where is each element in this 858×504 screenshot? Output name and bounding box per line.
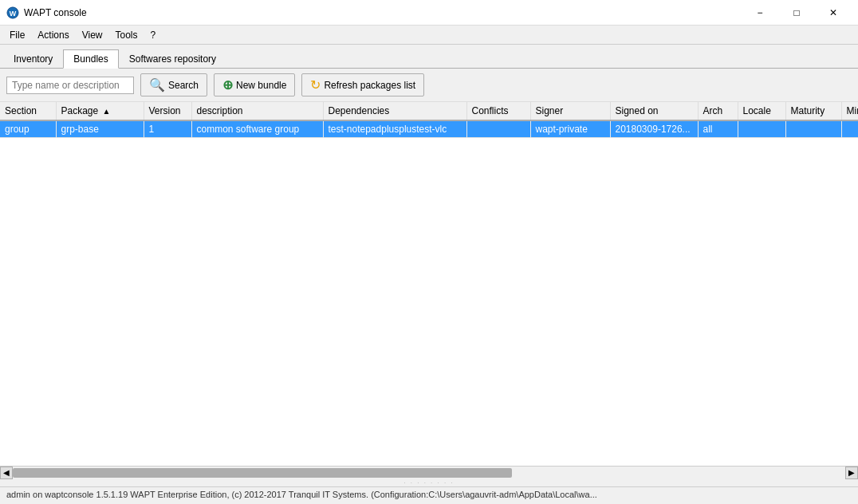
tab-inventory[interactable]: Inventory (3, 49, 63, 68)
window-title: WAPT console (24, 7, 87, 18)
sort-asc-icon: ▲ (103, 107, 111, 116)
packages-table: Section Package ▲ Version description De… (0, 102, 858, 138)
refresh-button[interactable]: ↻ Refresh packages list (301, 73, 424, 96)
status-bar: admin on waptconsole 1.5.1.19 WAPT Enter… (0, 486, 858, 504)
toolbar: 🔍 Search ⊕ New bundle ↻ Refresh packages… (0, 69, 858, 102)
cell-arch: all (698, 120, 738, 138)
cell-dependencies: test-notepadplusplustest-vlc (323, 120, 466, 138)
col-header-locale[interactable]: Locale (738, 102, 785, 120)
new-bundle-label: New bundle (236, 80, 286, 91)
search-input[interactable] (6, 77, 134, 94)
col-header-description[interactable]: description (191, 102, 323, 120)
cell-maturity (785, 120, 841, 138)
table-container[interactable]: Section Package ▲ Version description De… (0, 102, 858, 466)
cell-description: common software group (191, 120, 323, 138)
cell-conflicts (466, 120, 530, 138)
maximize-button[interactable]: □ (778, 0, 815, 26)
tab-softwares-repository[interactable]: Softwares repository (119, 49, 226, 68)
cell-section: group (0, 120, 56, 138)
search-label: Search (168, 80, 199, 91)
horizontal-scrollbar[interactable]: ◀ ▶ (0, 466, 858, 478)
new-bundle-icon: ⊕ (222, 77, 233, 93)
search-button[interactable]: 🔍 Search (140, 73, 207, 96)
close-button[interactable]: ✕ (815, 0, 852, 26)
cell-signed-on: 20180309-1726... (610, 120, 698, 138)
col-header-dependencies[interactable]: Dependencies (323, 102, 466, 120)
menu-tools[interactable]: Tools (109, 28, 144, 42)
title-bar-controls: − □ ✕ (742, 0, 852, 26)
resize-indicator: · · · · · · · · (0, 478, 858, 486)
refresh-label: Refresh packages list (324, 80, 415, 91)
table-row[interactable]: group grp-base 1 common software group t… (0, 120, 858, 138)
menu-file[interactable]: File (3, 28, 31, 42)
app-icon: W (6, 6, 19, 19)
tab-bundles[interactable]: Bundles (63, 49, 118, 69)
menu-help[interactable]: ? (144, 28, 163, 42)
scroll-right-button[interactable]: ▶ (845, 467, 858, 479)
cell-package: grp-base (56, 120, 144, 138)
col-header-maturity[interactable]: Maturity (785, 102, 841, 120)
menu-view[interactable]: View (76, 28, 109, 42)
cell-minos (841, 120, 858, 138)
col-header-minos[interactable]: Min OS (841, 102, 858, 120)
col-header-section[interactable]: Section (0, 102, 56, 120)
title-bar-left: W WAPT console (6, 6, 87, 19)
table-header-row: Section Package ▲ Version description De… (0, 102, 858, 120)
col-header-version[interactable]: Version (144, 102, 191, 120)
minimize-button[interactable]: − (742, 0, 778, 26)
title-bar: W WAPT console − □ ✕ (0, 0, 858, 26)
menu-bar: File Actions View Tools ? (0, 26, 858, 45)
svg-text:W: W (10, 9, 17, 17)
cell-locale (738, 120, 785, 138)
scroll-thumb-h[interactable] (13, 468, 512, 478)
col-header-signed-on[interactable]: Signed on (610, 102, 698, 120)
menu-actions[interactable]: Actions (31, 28, 75, 42)
cell-version: 1 (144, 120, 191, 138)
cell-signer: wapt-private (530, 120, 610, 138)
tabs-bar: Inventory Bundles Softwares repository (0, 45, 858, 69)
scroll-left-button[interactable]: ◀ (0, 467, 13, 479)
new-bundle-button[interactable]: ⊕ New bundle (214, 73, 295, 96)
col-header-arch[interactable]: Arch (698, 102, 738, 120)
col-header-package[interactable]: Package ▲ (56, 102, 144, 120)
scroll-track-h[interactable] (13, 467, 845, 478)
search-icon: 🔍 (149, 77, 165, 93)
col-header-conflicts[interactable]: Conflicts (466, 102, 530, 120)
refresh-icon: ↻ (310, 77, 321, 93)
col-header-signer[interactable]: Signer (530, 102, 610, 120)
